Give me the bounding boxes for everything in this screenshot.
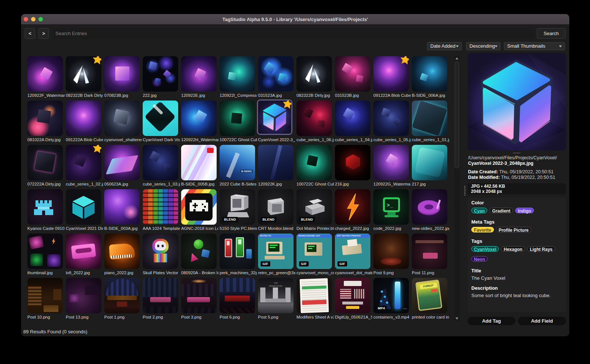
- svg-text:>_: >_: [387, 203, 393, 208]
